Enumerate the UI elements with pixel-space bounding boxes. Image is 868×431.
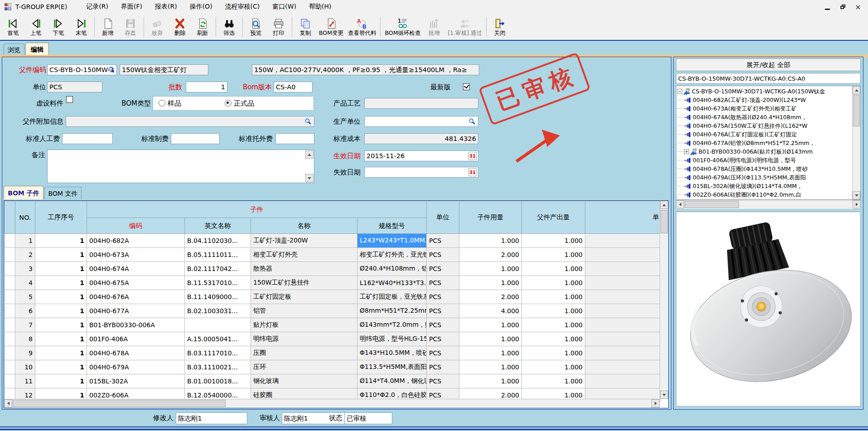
- menu-item-4[interactable]: 流程审核(C): [219, 1, 266, 13]
- cell-code[interactable]: 004H0-677A: [87, 304, 185, 318]
- cell-qty[interactable]: 2.000: [459, 248, 522, 262]
- calendar-icon[interactable]: 31: [468, 152, 477, 160]
- cell-no[interactable]: 7: [15, 318, 35, 332]
- toolbar-button-bom-change[interactable]: BOM变更: [317, 17, 346, 37]
- cell-seq[interactable]: 1: [35, 360, 87, 374]
- cell-unit[interactable]: PCS: [427, 360, 459, 374]
- cell-unit[interactable]: PCS: [427, 318, 459, 332]
- toolbar-button-substitute-view[interactable]: AB查看替代料: [346, 17, 379, 37]
- latest-checkbox[interactable]: [463, 83, 470, 90]
- scroll-up-button[interactable]: [305, 150, 313, 159]
- scroll-right-button[interactable]: [651, 399, 660, 407]
- cell-unit[interactable]: PCS: [427, 248, 459, 262]
- cell-no[interactable]: 5: [15, 290, 35, 304]
- cell-spec[interactable]: L243*W243*T1.0MM.亚光...: [357, 234, 427, 248]
- cell-pqty[interactable]: 1.000: [522, 318, 585, 332]
- cell-pqty[interactable]: 1.000: [522, 276, 585, 290]
- cell-en[interactable]: B.05.1111011...: [185, 248, 251, 262]
- toolbar-button-next-record[interactable]: 下笔: [47, 17, 70, 37]
- tree-item[interactable]: 004H0-674A(散热器)(Ø240.4*H108mm，: [677, 113, 851, 121]
- calendar-icon[interactable]: 31: [468, 168, 477, 176]
- cell-unit[interactable]: PCS: [427, 304, 459, 318]
- cell-no[interactable]: 6: [15, 304, 35, 318]
- modifier-input[interactable]: [176, 412, 247, 424]
- cell-code[interactable]: 004H0-678A: [87, 346, 185, 360]
- tree-vertical-scrollbar[interactable]: [852, 86, 860, 199]
- cell-spec[interactable]: L162*W40*H133*T3.0MM,...: [357, 276, 427, 290]
- menu-item-6[interactable]: 帮助(H): [303, 1, 338, 13]
- cell-en[interactable]: B.11.1409000...: [185, 290, 251, 304]
- cell-name[interactable]: 压环: [251, 360, 357, 374]
- toolbar-button-filter[interactable]: 筛选: [218, 17, 241, 37]
- cell-unit[interactable]: PCS: [427, 276, 459, 290]
- tree-item[interactable]: 004H0-676A(工矿灯固定板)(工矿灯固定: [677, 130, 851, 139]
- cell-seq[interactable]: 1: [35, 332, 87, 346]
- cell-name[interactable]: 明纬电源: [251, 332, 357, 346]
- cell-qty[interactable]: 1.000: [459, 234, 522, 248]
- cell-name[interactable]: 铝管: [251, 304, 357, 318]
- toolbar-button-prev-record[interactable]: 上笔: [24, 17, 47, 37]
- cell-en[interactable]: B.03.1117010...: [185, 346, 251, 360]
- cell-no[interactable]: 11: [15, 374, 35, 388]
- cell-code[interactable]: 004H0-679A: [87, 360, 185, 374]
- cell-en[interactable]: B.01.0010018...: [185, 374, 251, 388]
- cell-code[interactable]: 004H0-682A: [87, 234, 185, 248]
- bom-version-combobox[interactable]: CS-BYB-O-150MW-30D71-WCTKG-A0:CS-A0: [676, 73, 861, 84]
- cell-code[interactable]: 015BL-302A: [87, 374, 185, 388]
- cell-unit[interactable]: PCS: [427, 234, 459, 248]
- cell-pqty[interactable]: 1.000: [522, 262, 585, 276]
- cell-no[interactable]: 3: [15, 262, 35, 276]
- cell-seq[interactable]: 1: [35, 304, 87, 318]
- toolbar-button-delete[interactable]: 删除: [169, 17, 191, 37]
- cell-qty[interactable]: 1.000: [459, 276, 522, 290]
- toolbar-button-bom-loop-check[interactable]: 1BOM循环检查: [382, 17, 423, 37]
- cell-pqty[interactable]: 1.000: [522, 290, 585, 304]
- toolbar-button-first-record[interactable]: 首笔: [2, 17, 24, 37]
- cell-spec[interactable]: Ø143mm*T2.0mm，贴3030...: [357, 318, 427, 332]
- cell-no[interactable]: 4: [15, 276, 35, 290]
- cell-no[interactable]: 10: [15, 360, 35, 374]
- scroll-down-button[interactable]: [305, 174, 313, 182]
- cell-seq[interactable]: 1: [35, 262, 87, 276]
- bom-type-option-formal[interactable]: 正式品: [225, 99, 254, 108]
- scroll-left-button[interactable]: [4, 399, 12, 407]
- cell-pqty[interactable]: 1.000: [522, 304, 585, 318]
- scroll-up-button[interactable]: [853, 86, 860, 94]
- status-input[interactable]: [344, 412, 392, 424]
- cell-unit[interactable]: PCS: [427, 262, 459, 276]
- cell-qty[interactable]: 1.000: [459, 346, 522, 360]
- toolbar-button-print[interactable]: 打印: [267, 17, 290, 37]
- cell-qty[interactable]: 1.000: [459, 332, 522, 346]
- scrollbar-thumb[interactable]: [685, 201, 739, 208]
- cell-code[interactable]: 004H0-676A: [87, 290, 185, 304]
- scrollbar-thumb[interactable]: [661, 210, 668, 233]
- cell-seq[interactable]: 1: [35, 318, 87, 332]
- cell-en[interactable]: B.03.1110021...: [185, 360, 251, 374]
- expand-collapse-all-button[interactable]: 展开/收起 全部: [676, 58, 861, 71]
- parent-extra-input[interactable]: [66, 116, 314, 127]
- cell-qty[interactable]: 1.000: [459, 360, 522, 374]
- toolbar-button-preview[interactable]: 预览: [245, 17, 267, 37]
- cell-en[interactable]: [185, 318, 251, 332]
- close-window-button[interactable]: ×: [852, 2, 864, 12]
- std-labor-input[interactable]: [62, 133, 113, 144]
- std-cost-input[interactable]: [364, 133, 478, 144]
- cell-spec[interactable]: Φ113.5*H5MM,表面阳极...: [357, 360, 427, 374]
- menu-item-3[interactable]: 操作(O): [183, 1, 219, 13]
- parent-spec-input[interactable]: [252, 64, 479, 75]
- cell-en[interactable]: B.04.1102030...: [185, 234, 251, 248]
- cell-seq[interactable]: 1: [35, 234, 87, 248]
- cell-pqty[interactable]: 1.000: [522, 346, 585, 360]
- craft-input[interactable]: [364, 98, 478, 109]
- cell-name[interactable]: 150W工矿灯悬挂件: [251, 276, 357, 290]
- minimize-button[interactable]: [821, 2, 834, 12]
- cell-code[interactable]: B01-BYB00330-006A: [87, 318, 185, 332]
- bom-type-option-sample[interactable]: 样品: [159, 99, 181, 108]
- toolbar-button-new-record[interactable]: 新增: [96, 17, 119, 37]
- std-mfg-input[interactable]: [171, 133, 220, 144]
- cell-seq[interactable]: 1: [35, 346, 87, 360]
- cell-en[interactable]: B.02.1003031...: [185, 304, 251, 318]
- tree-item[interactable]: 004H0-673A(相变工矿灯外壳)(相变工矿: [677, 104, 851, 113]
- cell-name[interactable]: 相变工矿灯外壳: [251, 248, 357, 262]
- restore-button[interactable]: [836, 2, 849, 12]
